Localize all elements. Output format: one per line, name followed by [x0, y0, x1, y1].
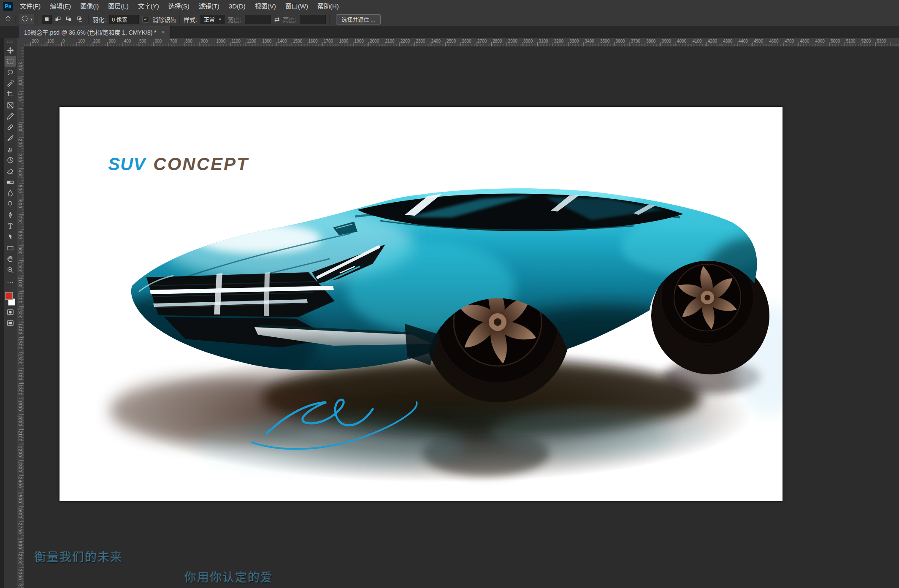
- vruler-label: 900: [18, 247, 22, 255]
- vruler-label: 2400: [18, 477, 22, 488]
- move-tool[interactable]: [5, 45, 16, 56]
- menu-图层[interactable]: 图层(L): [103, 0, 133, 13]
- hruler-label: 5000: [831, 39, 840, 43]
- hruler-label: 1900: [355, 39, 364, 43]
- options-separator: [38, 15, 38, 24]
- crop-tool[interactable]: [5, 89, 16, 100]
- style-dropdown[interactable]: 正常 ▾: [200, 15, 225, 24]
- menu-窗口[interactable]: 窗口(W): [281, 0, 313, 13]
- screen-mode-button[interactable]: [5, 318, 16, 329]
- edit-toolbar-button[interactable]: [5, 278, 16, 289]
- frame-tool[interactable]: [5, 100, 16, 111]
- vruler-label: 1000: [18, 262, 22, 273]
- menu-帮助[interactable]: 帮助(H): [313, 0, 344, 13]
- eyedropper-tool[interactable]: [5, 111, 16, 122]
- vruler-label: 2700: [18, 523, 22, 534]
- vruler-label: 300: [18, 154, 22, 163]
- vruler-label: 2900: [18, 554, 22, 565]
- selection-mode-group: [42, 15, 85, 24]
- hruler-label: 4700: [785, 39, 794, 43]
- lasso-tool[interactable]: [5, 67, 16, 78]
- active-tool-preset[interactable]: ▾: [19, 14, 34, 24]
- intersect-with-selection-button[interactable]: [75, 15, 85, 24]
- hruler-label: 4300: [723, 39, 732, 43]
- close-tab-icon[interactable]: ×: [162, 29, 165, 35]
- watermark-text-2: 你用你认定的爱: [184, 568, 273, 585]
- vertical-ruler[interactable]: 3002001000100200300400500600700800900100…: [17, 46, 24, 588]
- vruler-label: 700: [18, 216, 22, 224]
- hruler-label: 2300: [416, 39, 425, 43]
- foreground-color-swatch[interactable]: [5, 292, 13, 300]
- dodge-tool[interactable]: [5, 198, 16, 209]
- path-selection-tool[interactable]: [5, 231, 16, 242]
- swap-dimensions-icon[interactable]: ⇄: [274, 16, 280, 23]
- feather-input[interactable]: [109, 15, 139, 24]
- color-swatches[interactable]: [5, 292, 16, 306]
- vruler-label: 100: [18, 123, 22, 132]
- rectangular-marquee-tool[interactable]: [5, 56, 16, 67]
- vruler-label: 1700: [18, 369, 22, 380]
- menu-bar-items: 文件(F)编辑(E)图像(I)图层(L)文字(Y)选择(S)滤镜(T)3D(D)…: [15, 0, 344, 13]
- style-label: 样式:: [184, 15, 197, 24]
- hruler-label: 800: [185, 39, 192, 43]
- hruler-label: 5300: [877, 39, 886, 43]
- document-artboard[interactable]: SUVCONCEPT: [60, 107, 783, 501]
- tool-options-bar: ▾ 羽化: ✓ 消除锯齿 样式: 正常 ▾ 宽度: ⇄ 高度: 选择并遮住 ..…: [0, 13, 899, 26]
- width-input[interactable]: [245, 15, 271, 24]
- vruler-label: 600: [18, 200, 22, 209]
- hruler-label: 2500: [447, 39, 456, 43]
- add-to-selection-button[interactable]: [53, 15, 63, 24]
- hruler-label: 3000: [523, 39, 533, 43]
- options-separator: [15, 15, 16, 24]
- blur-tool[interactable]: [5, 187, 16, 198]
- menu-视图[interactable]: 视图(V): [250, 0, 281, 13]
- hruler-label: 3300: [569, 39, 579, 43]
- hruler-label: 300: [108, 39, 116, 43]
- document-tab-bar: 15概念车.psd @ 36.6% (色相/饱和度 1, CMYK/8) * ×: [0, 26, 899, 38]
- clone-stamp-tool[interactable]: [5, 144, 16, 154]
- zoom-tool[interactable]: [5, 264, 16, 275]
- watermark-text-1: 衡量我们的未来: [34, 548, 123, 565]
- hruler-label: 700: [170, 39, 177, 43]
- height-input[interactable]: [300, 15, 326, 24]
- menu-选择[interactable]: 选择(S): [164, 0, 194, 13]
- select-and-mask-button[interactable]: 选择并遮住 ...: [336, 14, 380, 24]
- spot-healing-brush-tool[interactable]: [5, 122, 16, 133]
- horizontal-ruler[interactable]: 2001000100200300400500600700800900100011…: [17, 38, 899, 47]
- hruler-label: 1600: [308, 39, 317, 43]
- antialias-checkbox[interactable]: ✓: [142, 16, 149, 23]
- quick-selection-tool[interactable]: [5, 78, 16, 89]
- history-brush-tool[interactable]: [5, 154, 16, 165]
- subtract-from-selection-button[interactable]: [64, 15, 74, 24]
- hruler-label: 4800: [800, 39, 809, 43]
- home-button[interactable]: [4, 15, 12, 24]
- menu-文件[interactable]: 文件(F): [15, 0, 45, 13]
- hruler-label: 4000: [677, 39, 686, 43]
- menu-滤镜[interactable]: 滤镜(T): [194, 0, 224, 13]
- eraser-tool[interactable]: [5, 165, 16, 176]
- brush-tool[interactable]: [5, 133, 16, 144]
- hand-tool[interactable]: [5, 253, 16, 264]
- photoshop-logo-icon: Ps: [3, 2, 13, 11]
- panel-grip-icon[interactable]: [7, 40, 14, 43]
- vruler-label: 2800: [18, 538, 22, 549]
- vruler-label: 2500: [18, 492, 22, 503]
- menu-3D[interactable]: 3D(D): [224, 0, 250, 13]
- menu-图像[interactable]: 图像(I): [76, 0, 103, 13]
- menu-编辑[interactable]: 编辑(E): [45, 0, 76, 13]
- menu-文字[interactable]: 文字(Y): [133, 0, 164, 13]
- document-tab-title: 15概念车.psd @ 36.6% (色相/饱和度 1, CMYK/8) *: [24, 28, 157, 36]
- toolbar-extras: [0, 278, 17, 329]
- hruler-label: 2900: [508, 39, 517, 43]
- hruler-label: 5100: [846, 39, 855, 43]
- new-selection-button[interactable]: [42, 15, 52, 24]
- type-tool[interactable]: [5, 220, 16, 231]
- hruler-label: 200: [32, 39, 39, 43]
- canvas-area[interactable]: SUVCONCEPT 衡量我们的未来 你用你认定的爱: [24, 46, 899, 588]
- document-tab[interactable]: 15概念车.psd @ 36.6% (色相/饱和度 1, CMYK/8) * ×: [19, 26, 171, 38]
- pen-tool[interactable]: [5, 209, 16, 220]
- quick-mask-button[interactable]: [5, 307, 16, 318]
- gradient-tool[interactable]: [5, 176, 16, 187]
- rectangle-tool[interactable]: [5, 242, 16, 253]
- hruler-label: 0: [62, 39, 65, 43]
